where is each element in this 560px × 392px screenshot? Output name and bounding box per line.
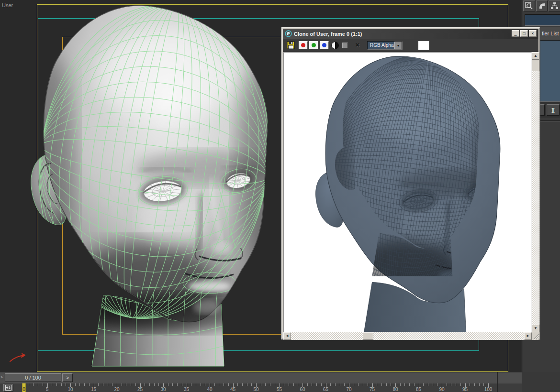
ruler-tick: [284, 383, 284, 386]
scroll-left-icon[interactable]: ◄: [283, 332, 291, 340]
ruler-tick: [38, 383, 38, 386]
ruler-tick: [158, 383, 159, 386]
ruler-tick: [400, 383, 401, 386]
ruler-tick: [428, 383, 428, 386]
ruler-label: 55: [277, 387, 282, 392]
window-titlebar[interactable]: Clone of User, frame 0 (1:1) _ □ ×: [283, 29, 538, 39]
ruler-tick: [256, 383, 257, 387]
track-bar[interactable]: 0510152025303540455055606570758085909510…: [0, 383, 522, 392]
time-slider-row: < 0 / 100 >: [0, 372, 522, 383]
next-frame-button[interactable]: >: [62, 373, 73, 382]
scroll-right-icon[interactable]: ►: [524, 332, 532, 340]
scroll-down-icon[interactable]: ▼: [532, 325, 539, 332]
ruler-tick: [117, 383, 117, 387]
pin-stack-button[interactable]: ][: [547, 104, 560, 116]
vertical-scroll-thumb[interactable]: [532, 60, 539, 71]
ruler-tick: [289, 383, 289, 386]
ruler-tick: [414, 383, 414, 386]
horizontal-scroll-thumb[interactable]: [363, 332, 373, 340]
resize-grip[interactable]: [532, 332, 539, 340]
ruler-tick: [409, 383, 410, 386]
ruler-tick: [61, 383, 62, 386]
ruler-tick: [112, 383, 112, 386]
viewport-label[interactable]: User: [2, 2, 13, 8]
ruler-tick: [386, 383, 387, 386]
ruler-label: 50: [253, 387, 258, 392]
zoom-region-icon[interactable]: [523, 0, 535, 11]
scroll-up-icon[interactable]: ▲: [532, 52, 539, 60]
ruler-tick: [79, 383, 80, 386]
ruler-tick: [451, 383, 451, 386]
ruler-tick: [201, 383, 201, 386]
ruler-tick: [29, 383, 29, 386]
ruler-tick: [483, 383, 484, 386]
ruler-tick: [302, 383, 303, 387]
ruler-tick: [94, 383, 94, 387]
ruler-label: 100: [484, 387, 493, 392]
time-slider-handle[interactable]: 0 / 100: [5, 373, 61, 382]
minimize-button[interactable]: _: [512, 30, 519, 37]
ruler-tick: [340, 383, 340, 386]
ruler-tick: [66, 383, 66, 386]
clear-image-icon[interactable]: ×: [353, 41, 362, 49]
green-channel-button[interactable]: [309, 41, 318, 49]
ruler-tick: [344, 383, 345, 386]
ruler-tick: [404, 383, 405, 386]
object-name-field[interactable]: [525, 14, 560, 26]
ruler-tick: [75, 383, 76, 386]
rendered-image-canvas[interactable]: [283, 52, 532, 332]
channel-display-dropdown[interactable]: RGB Alpha ▼: [367, 41, 403, 50]
alpha-channel-icon[interactable]: [342, 43, 348, 48]
status-divider: [497, 372, 498, 392]
ruler-tick: [363, 383, 363, 386]
curve-editor-icon[interactable]: [536, 0, 548, 11]
ruler-tick: [280, 383, 280, 387]
ruler-tick: [437, 383, 437, 386]
schematic-view-icon[interactable]: [549, 0, 560, 11]
ruler-tick: [177, 383, 178, 386]
ruler-tick: [43, 383, 43, 386]
ruler-label: 95: [462, 387, 468, 392]
ruler-tick: [470, 383, 470, 386]
ruler-tick: [135, 383, 136, 386]
ruler-tick: [433, 383, 433, 386]
previous-frame-arrow[interactable]: <: [0, 374, 3, 380]
ruler-tick: [47, 383, 48, 387]
ruler-label: 90: [439, 387, 444, 392]
ruler-tick: [321, 383, 322, 386]
red-annotation-stroke: [9, 351, 30, 364]
ruler-tick: [56, 383, 57, 386]
ruler-tick: [149, 383, 150, 386]
vertical-scrollbar[interactable]: ▲ ▼: [532, 52, 539, 332]
ruler-tick: [270, 383, 270, 386]
ruler-tick: [293, 383, 294, 386]
key-mode-toggle-icon[interactable]: [3, 384, 13, 392]
ruler-tick: [210, 383, 210, 387]
ruler-tick: [465, 383, 466, 387]
close-button[interactable]: ×: [529, 30, 537, 37]
viewport-head-model[interactable]: [24, 3, 285, 369]
chevron-down-icon[interactable]: ▼: [394, 42, 402, 49]
bottom-right-panel: [522, 372, 560, 392]
ruler-tick: [154, 383, 155, 386]
blue-channel-button[interactable]: [320, 41, 329, 49]
background-color-swatch[interactable]: [418, 40, 429, 50]
save-image-icon[interactable]: [287, 41, 295, 49]
window-title: Clone of User, frame 0 (1:1): [292, 31, 362, 37]
ruler-tick: [474, 383, 475, 386]
red-channel-button[interactable]: [299, 41, 308, 49]
ruler-label: 85: [416, 387, 421, 392]
maximize-button[interactable]: □: [520, 30, 528, 37]
ruler-tick: [172, 383, 173, 386]
rendered-frame-window[interactable]: Clone of User, frame 0 (1:1) _ □ × × RGB…: [281, 27, 540, 339]
ruler-tick: [377, 383, 377, 386]
monochrome-channel-icon[interactable]: [331, 42, 339, 49]
ruler-tick: [205, 383, 205, 386]
ruler-tick: [456, 383, 456, 386]
ruler-tick: [140, 383, 141, 387]
horizontal-scrollbar[interactable]: ◄ ►: [283, 332, 532, 340]
ruler-tick: [131, 383, 131, 386]
ruler-tick: [247, 383, 247, 386]
rendered-wireframe-head: [284, 53, 532, 332]
ruler-tick: [168, 383, 168, 386]
